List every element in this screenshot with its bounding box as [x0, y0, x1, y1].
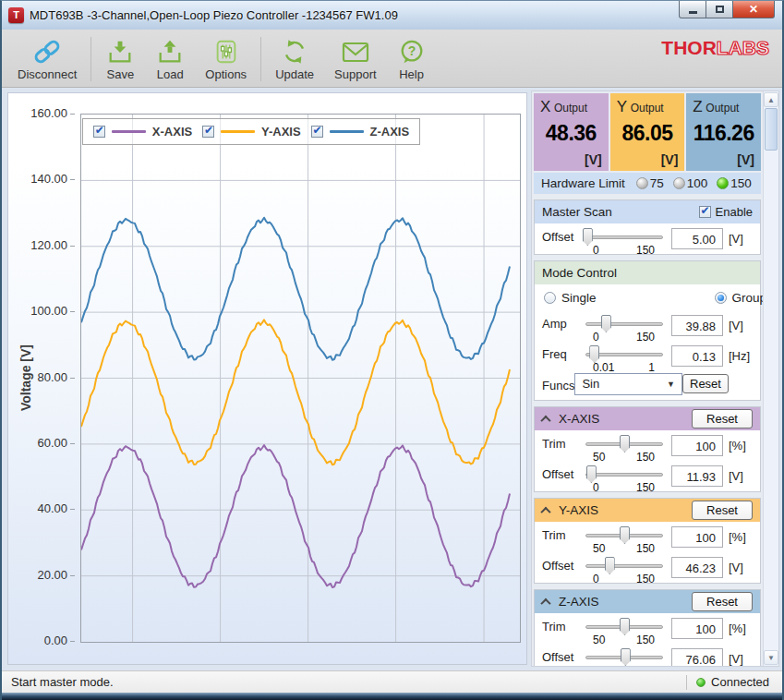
y-tick-label: 120.00: [30, 238, 75, 252]
master-scan-group: Master Scan Enable Offset 0 150: [534, 199, 761, 255]
radio-icon[interactable]: [715, 292, 727, 304]
mode-reset-button[interactable]: Reset: [682, 374, 729, 393]
toolbar-label: Options: [205, 67, 247, 81]
collapse-caret-icon[interactable]: [540, 597, 550, 608]
legend-checkbox[interactable]: [202, 126, 214, 138]
minimize-button[interactable]: [679, 1, 706, 18]
single-radio[interactable]: Single: [544, 291, 597, 305]
hardware-limit-option-150[interactable]: 150: [717, 176, 752, 190]
x-offset-slider[interactable]: 0 150: [585, 464, 664, 491]
funcs-select[interactable]: Sin ▼: [574, 373, 682, 395]
freq-slider[interactable]: 0.01 1: [585, 344, 664, 371]
slider-thumb[interactable]: [583, 228, 593, 246]
close-button[interactable]: ✕: [733, 1, 775, 18]
support-button[interactable]: Support: [324, 31, 387, 87]
unit-label: [Hz]: [723, 344, 753, 363]
y-output-value: 86.05: [617, 121, 679, 146]
y-tick-label: 80.00: [37, 370, 75, 384]
scroll-down-icon[interactable]: ▼: [764, 650, 778, 665]
slider-max-label: 150: [636, 244, 655, 257]
slider-track[interactable]: [585, 564, 663, 568]
radio-sphere-icon[interactable]: [673, 177, 685, 189]
z-trim-row: Trim 50 150 100 [%]: [535, 613, 760, 644]
update-button[interactable]: Update: [265, 31, 324, 87]
x-axis-title: X-AXIS: [559, 412, 599, 426]
z-offset-value-input[interactable]: 76.06: [671, 648, 723, 667]
legend-label: Z-AXIS: [370, 125, 410, 139]
y-trim-slider[interactable]: 50 150: [585, 525, 664, 552]
options-button[interactable]: Options: [195, 31, 257, 87]
scroll-up-icon[interactable]: ▲: [764, 92, 778, 107]
support-icon: [340, 37, 371, 66]
toolbar-label: Load: [157, 67, 184, 81]
help-button[interactable]: ? Help: [387, 31, 437, 87]
panel-scrollbar[interactable]: ▲ ▼: [763, 91, 778, 666]
y-tick-label: 160.00: [30, 106, 75, 120]
hardware-limit-options: 75100150: [636, 176, 752, 190]
slider-min-label: 0: [593, 664, 599, 667]
output-header: Y Output: [617, 98, 679, 116]
x-offset-value-input[interactable]: 11.93: [671, 465, 723, 487]
y-offset-slider[interactable]: 0 150: [585, 555, 664, 583]
update-icon: [280, 37, 309, 66]
x-trim-slider[interactable]: 50 150: [585, 433, 664, 461]
group-radio[interactable]: Group: [715, 291, 767, 305]
slider-thumb[interactable]: [605, 557, 615, 574]
z-offset-slider[interactable]: 0 150: [585, 646, 664, 667]
freq-value-input[interactable]: 0.13: [671, 345, 723, 367]
z-axis-group: Z-AXIS Reset Trim 50 150 100 [%]: [534, 589, 761, 667]
slider-track[interactable]: [585, 473, 663, 477]
radio-sphere-icon[interactable]: [636, 177, 648, 189]
z-trim-slider[interactable]: 50 150: [585, 616, 664, 644]
x-offset-row: Offset 0 150 11.93 [V]: [535, 461, 760, 491]
y-axis-reset-button[interactable]: Reset: [692, 501, 753, 520]
slider-min-label: 0: [593, 481, 599, 494]
y-tick-label: 0.00: [44, 634, 75, 647]
z-trim-value-input[interactable]: 100: [671, 618, 723, 639]
slider-track[interactable]: [585, 322, 663, 326]
z-axis-title: Z-AXIS: [559, 595, 599, 609]
svg-text:?: ?: [407, 43, 416, 58]
legend-line-sample: [221, 130, 255, 133]
y-offset-value-input[interactable]: 46.23: [671, 557, 723, 578]
enable-checkbox[interactable]: [699, 206, 711, 218]
y-trim-value-input[interactable]: 100: [671, 526, 723, 548]
x-trim-value-input[interactable]: 100: [671, 435, 723, 456]
slider-thumb[interactable]: [621, 648, 631, 666]
slider-label: Offset: [542, 464, 585, 481]
slider-thumb[interactable]: [620, 435, 630, 453]
hardware-limit-option-75[interactable]: 75: [636, 176, 664, 190]
collapse-caret-icon[interactable]: [540, 415, 550, 425]
radio-sphere-icon[interactable]: [717, 177, 729, 189]
radio-icon[interactable]: [544, 292, 556, 304]
master-offset-slider[interactable]: 0 150: [585, 226, 664, 254]
slider-max-label: 150: [636, 634, 655, 646]
slider-thumb[interactable]: [620, 618, 630, 635]
slider-thumb[interactable]: [620, 526, 630, 544]
axis-letter: X: [540, 98, 550, 115]
amp-slider[interactable]: 0 150: [585, 313, 664, 341]
master-offset-value-input[interactable]: 5.00: [671, 228, 723, 249]
thorlabs-logo: THORLABS: [661, 37, 769, 59]
save-button[interactable]: Save: [95, 31, 145, 87]
output-header: X Output: [540, 98, 602, 116]
amp-value-input[interactable]: 39.88: [671, 315, 723, 336]
disconnect-button[interactable]: Disconnect: [7, 31, 87, 87]
x-axis-reset-button[interactable]: Reset: [692, 409, 753, 428]
slider-thumb[interactable]: [601, 315, 611, 332]
collapse-caret-icon[interactable]: [540, 506, 550, 516]
load-button[interactable]: Load: [145, 31, 195, 87]
slider-max-label: 150: [636, 542, 655, 555]
scrollbar-thumb[interactable]: [765, 108, 778, 151]
slider-track[interactable]: [585, 235, 663, 239]
legend-checkbox[interactable]: [93, 126, 105, 138]
chart-legend: X-AXISY-AXISZ-AXIS: [82, 118, 420, 145]
maximize-button[interactable]: [706, 1, 733, 18]
legend-checkbox[interactable]: [311, 126, 323, 138]
hardware-limit-option-label: 100: [687, 176, 708, 190]
z-axis-reset-button[interactable]: Reset: [692, 592, 753, 611]
enable-checkbox-wrap[interactable]: Enable: [699, 205, 753, 219]
hardware-limit-bar: Hardware Limit 75100150: [534, 173, 761, 194]
x-axis-group: X-AXIS Reset Trim 50 150 100 [%]: [534, 406, 761, 492]
hardware-limit-option-100[interactable]: 100: [673, 176, 708, 190]
